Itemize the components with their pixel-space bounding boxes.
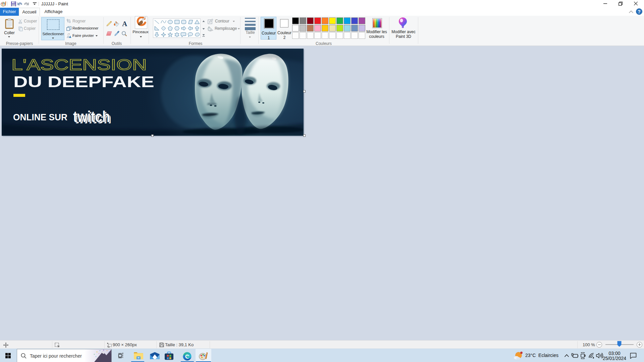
svg-text:twitch: twitch [73,108,110,125]
svg-text:DU DEEPFAKE: DU DEEPFAKE [13,73,154,90]
svg-text:L'ASCENSION: L'ASCENSION [11,56,147,73]
svg-text:ONLINE SUR: ONLINE SUR [13,112,67,122]
